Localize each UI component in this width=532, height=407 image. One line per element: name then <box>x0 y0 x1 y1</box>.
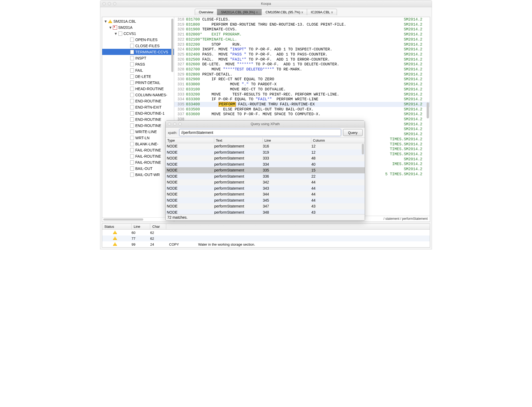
result-row[interactable]: NODEperformStatement34544 <box>166 197 365 204</box>
code-line[interactable]: 322032100*TERMINATE-CALL.SM2014.2 <box>174 37 430 42</box>
message-row[interactable]: 6062 <box>102 230 430 236</box>
result-row[interactable]: NODEperformStatement31612 <box>166 143 365 149</box>
disclosure-triangle-icon[interactable]: ▼ <box>104 19 107 23</box>
message-row[interactable]: 9924 COPY Water in the working storage s… <box>102 241 430 247</box>
outline-tree[interactable]: ▼SM201A.CBL ▼SM201A▼CCVS1OPEN-FILESCLOSE… <box>102 17 174 217</box>
result-row[interactable]: NODEperformStatement34743 <box>166 203 365 209</box>
tree-item[interactable]: INSPT <box>102 55 174 61</box>
result-row[interactable]: NODEperformStatement33622 <box>166 173 365 179</box>
xpath-dialog[interactable]: Query using XPath xpath: Query Type Text… <box>165 120 365 221</box>
line-tag: SM2014.2 <box>404 32 430 37</box>
result-row[interactable]: NODEperformStatement33515 <box>166 167 365 173</box>
tree-item[interactable]: ▼SM201A <box>102 24 174 30</box>
code-line[interactable]: 330032900 IF REC-CT NOT EQUAL TO ZEROSM2… <box>174 77 430 82</box>
code-line[interactable]: 324032300 INSPT. MOVE "INSPT" TO P-OR-F.… <box>174 47 430 52</box>
tree-item[interactable]: PRINT-DETAIL <box>102 79 174 86</box>
result-row[interactable]: NODEperformStatement33440 <box>166 161 365 167</box>
code-line[interactable]: 334033300 IF P-OR-F EQUAL TO "FAIL*" PER… <box>174 97 430 102</box>
tab-close-icon[interactable]: x <box>301 10 303 14</box>
tree-item[interactable]: FAIL-ROUTINE <box>102 153 174 159</box>
disclosure-triangle-icon[interactable]: ▼ <box>114 31 117 36</box>
code-line[interactable]: 319031800 PERFORM END-ROUTINE THRU END-R… <box>174 22 430 27</box>
editor-scrollbar[interactable] <box>427 102 429 118</box>
code-line[interactable]: 326032500 FAIL. MOVE "FAIL*" TO P-OR-F. … <box>174 57 430 62</box>
message-row[interactable]: 7762 <box>102 236 430 241</box>
code-text: 031800 PERFORM END-ROUTINE THRU END-ROUT… <box>186 22 346 27</box>
tab-2[interactable]: CM105M.CBL (95.7%)x <box>261 9 307 15</box>
code-line[interactable]: 320031900 TERMINATE-CCVS.SM2014.2 <box>174 27 430 32</box>
sidebar-scrollbar[interactable] <box>171 19 173 72</box>
tree-item[interactable]: PASS <box>102 61 174 67</box>
tree-item[interactable]: ▼CCVS1 <box>102 30 174 37</box>
col-type[interactable]: Type <box>166 138 214 143</box>
close-window-icon[interactable] <box>102 2 106 5</box>
tree-item[interactable]: WRITE-LINE <box>102 129 174 135</box>
tab-close-icon[interactable]: x <box>256 10 258 14</box>
tree-item[interactable]: DE-LETE <box>102 73 174 79</box>
r-text: performStatement <box>214 192 263 196</box>
code-line[interactable]: 331033000 MOVE "." TO PARDOT-XSM2014.2 <box>174 82 430 87</box>
code-line[interactable]: 335033400 PERFORM FAIL-ROUTINE THRU FAIL… <box>174 102 430 107</box>
xpath-input[interactable] <box>179 129 341 136</box>
query-button[interactable]: Query <box>343 129 363 136</box>
code-line[interactable]: 323032200 STOP RUN.SM2014.2 <box>174 42 430 47</box>
tab-0[interactable]: Overview <box>195 9 217 15</box>
result-row[interactable]: NODEperformStatement34244 <box>166 179 365 185</box>
zoom-window-icon[interactable] <box>113 2 116 5</box>
sidebar-hscroll[interactable] <box>102 217 174 222</box>
tree-item[interactable]: FAIL-ROUTINE <box>102 159 174 165</box>
code-line[interactable]: 329032800 PRINT-DETAIL.SM2014.2 <box>174 72 430 77</box>
col-line[interactable]: Line <box>132 224 150 229</box>
col-column[interactable]: Column <box>311 138 365 143</box>
tree-item[interactable]: COLUMN-NAMES- <box>102 92 174 98</box>
tree-item[interactable]: OPEN-FILES <box>102 37 174 43</box>
r-type: NODE <box>166 192 214 196</box>
code-line[interactable]: 318031700 CLOSE-FILES.SM2014.2 <box>174 17 430 22</box>
r-col: 44 <box>311 198 365 202</box>
tree-item[interactable]: CLOSE-FILES <box>102 43 174 49</box>
col-char[interactable]: Char <box>150 224 166 229</box>
disclosure-triangle-icon[interactable]: ▼ <box>109 25 112 30</box>
tree-item[interactable]: BAIL-OUT-WR <box>102 171 174 178</box>
tab-close-icon[interactable]: x <box>331 10 333 14</box>
result-row[interactable]: NODEperformStatement34344 <box>166 185 365 191</box>
code-line[interactable]: 332033100 MOVE REC-CT TO DOTVALUE.SM2014… <box>174 87 430 92</box>
minimize-window-icon[interactable] <box>108 2 111 5</box>
tree-item[interactable]: TERMINATE-CCVS <box>102 49 174 55</box>
line-number: 326 <box>174 57 186 62</box>
tree-item[interactable]: BLANK-LINE- <box>102 141 174 147</box>
r-col: 43 <box>311 210 365 214</box>
col-line[interactable]: Line <box>263 138 311 143</box>
tree-item[interactable]: END-ROUTINE <box>102 116 174 122</box>
tree-item[interactable]: ▼SM201A.CBL <box>102 18 174 24</box>
code-line[interactable]: 321032000* EXIT PROGRAM.SM2014.2 <box>174 32 430 37</box>
code-line[interactable]: 336033500 ELSE PERFORM BAIL-OUT THRU BAI… <box>174 107 430 112</box>
tree-item[interactable]: END-ROUTINE <box>102 98 174 104</box>
tree-item[interactable]: END-RTN-EXIT <box>102 104 174 110</box>
tree-item[interactable]: HEAD-ROUTINE <box>102 86 174 92</box>
result-row[interactable]: NODEperformStatement33348 <box>166 155 365 161</box>
result-row[interactable]: NODEperformStatement34444 <box>166 191 365 197</box>
tree-item[interactable]: FAIL-ROUTINE <box>102 147 174 153</box>
result-row[interactable]: NODEperformStatement34843 <box>166 209 365 214</box>
code-line[interactable]: 333033200 MOVE TEST-RESULTS TO PRINT-REC… <box>174 92 430 97</box>
tree-item[interactable]: BAIL-OUT <box>102 165 174 171</box>
tree-item[interactable]: END-ROUTINE <box>102 122 174 129</box>
col-status[interactable]: Status <box>102 224 132 229</box>
code-line[interactable]: 328032700 MOVE "****TEST DELETED****" TO… <box>174 67 430 72</box>
tree-item[interactable]: END-ROUTINE-1 <box>102 110 174 116</box>
code-line[interactable]: 327032600 DE-LETE. MOVE "*****" TO P-OR-… <box>174 62 430 67</box>
tab-3[interactable]: IC209A.CBLx <box>307 9 337 15</box>
tree-item[interactable]: FAIL <box>102 67 174 73</box>
results-scrollbar[interactable] <box>362 144 364 154</box>
tab-1[interactable]: SM201A.CBL (99.3%)x <box>217 9 262 15</box>
tree-item[interactable]: WRT-LN <box>102 135 174 141</box>
col-text[interactable]: Text <box>214 138 263 143</box>
titlebar[interactable]: Koopa <box>100 0 432 7</box>
results-body[interactable]: NODEperformStatement31612NODEperformStat… <box>166 143 365 214</box>
result-row[interactable]: NODEperformStatement31912 <box>166 149 365 155</box>
code-line[interactable]: 337033600 MOVE SPACE TO P-OR-F. MOVE SPA… <box>174 112 430 117</box>
code-line[interactable]: 325032400 PASS. MOVE "PASS " TO P-OR-F. … <box>174 52 430 57</box>
line-number: 330 <box>174 77 186 82</box>
dialog-titlebar[interactable]: Query using XPath <box>166 121 365 127</box>
